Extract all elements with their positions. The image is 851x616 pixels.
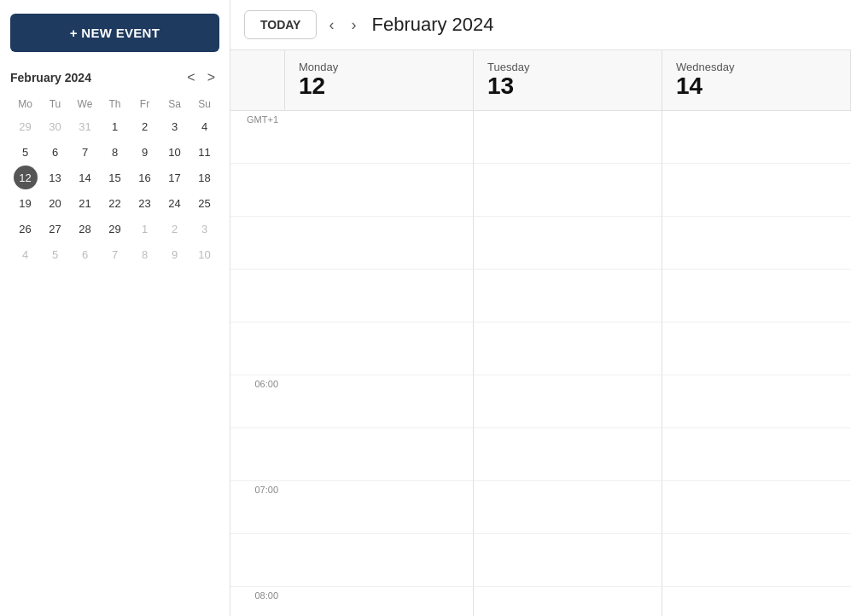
time-label: GMT+1 bbox=[230, 111, 285, 164]
mini-cal-day[interactable]: 6 bbox=[44, 140, 67, 164]
day-number-tuesday: 13 bbox=[487, 73, 514, 99]
mini-cal-day[interactable]: 28 bbox=[73, 217, 97, 241]
mini-cal-day[interactable]: 18 bbox=[193, 166, 217, 189]
today-button[interactable]: TODAY bbox=[244, 10, 317, 39]
time-cell[interactable] bbox=[474, 270, 662, 323]
mini-cal-day[interactable]: 10 bbox=[193, 242, 217, 266]
mini-cal-day[interactable]: 19 bbox=[14, 191, 38, 215]
mini-cal-dow: Mo bbox=[10, 95, 40, 113]
mini-cal-day[interactable]: 3 bbox=[193, 217, 217, 241]
mini-cal-day[interactable]: 5 bbox=[44, 242, 67, 266]
time-cell[interactable] bbox=[474, 587, 662, 616]
time-label bbox=[230, 164, 285, 217]
mini-cal-day[interactable]: 2 bbox=[163, 217, 187, 241]
mini-cal-day[interactable]: 4 bbox=[193, 114, 217, 138]
dow-monday: Monday bbox=[299, 61, 466, 73]
time-cell[interactable] bbox=[662, 375, 851, 428]
time-label bbox=[230, 270, 285, 323]
mini-cal-day[interactable]: 10 bbox=[163, 140, 187, 164]
mini-cal-day[interactable]: 21 bbox=[73, 191, 97, 215]
time-cell[interactable] bbox=[474, 164, 662, 217]
mini-cal-day[interactable]: 26 bbox=[14, 217, 38, 241]
time-label: 06:00 bbox=[230, 375, 285, 428]
mini-cal-grid: MoTuWeThFrSaSu29303112345678910111213141… bbox=[10, 95, 219, 267]
time-cell[interactable] bbox=[285, 217, 474, 270]
time-label bbox=[230, 217, 285, 270]
mini-cal-day[interactable]: 4 bbox=[14, 242, 38, 266]
mini-cal-day[interactable]: 31 bbox=[73, 114, 97, 138]
mini-cal-prev-button[interactable]: < bbox=[183, 69, 199, 86]
next-button[interactable]: › bbox=[346, 13, 361, 38]
time-cell[interactable] bbox=[285, 375, 474, 428]
time-cell[interactable] bbox=[285, 270, 474, 323]
time-cell[interactable] bbox=[662, 534, 851, 587]
mini-cal-day[interactable]: 3 bbox=[163, 114, 187, 138]
mini-cal-dow: Th bbox=[100, 95, 130, 113]
time-cell[interactable] bbox=[662, 428, 851, 481]
time-cell[interactable] bbox=[285, 481, 474, 534]
mini-cal-day[interactable]: 25 bbox=[193, 191, 217, 215]
mini-cal-day[interactable]: 27 bbox=[44, 217, 67, 241]
mini-cal-day[interactable]: 17 bbox=[163, 166, 187, 189]
time-cell[interactable] bbox=[285, 164, 474, 217]
day-header-monday: Monday 12 bbox=[285, 50, 474, 110]
time-cell[interactable] bbox=[662, 111, 851, 164]
day-header-spacer bbox=[230, 50, 285, 110]
mini-cal-nav: < > bbox=[183, 69, 219, 86]
mini-cal-day[interactable]: 8 bbox=[103, 140, 127, 164]
new-event-button[interactable]: + NEW EVENT bbox=[10, 14, 219, 52]
cal-grid: GMT+106:0007:0008:0009:0010:0011:0012:00 bbox=[230, 111, 851, 616]
mini-cal-day[interactable]: 9 bbox=[133, 140, 157, 164]
time-cell[interactable] bbox=[285, 534, 474, 587]
time-cell[interactable] bbox=[474, 428, 662, 481]
mini-cal-day[interactable]: 8 bbox=[133, 242, 157, 266]
time-cell[interactable] bbox=[285, 111, 474, 164]
mini-cal-day[interactable]: 5 bbox=[14, 140, 38, 164]
mini-cal-day[interactable]: 1 bbox=[103, 114, 127, 138]
mini-cal-day[interactable]: 14 bbox=[73, 166, 97, 189]
time-cell[interactable] bbox=[662, 164, 851, 217]
mini-cal-day[interactable]: 7 bbox=[73, 140, 97, 164]
mini-cal-day[interactable]: 13 bbox=[44, 166, 67, 189]
mini-cal-day[interactable]: 20 bbox=[44, 191, 67, 215]
mini-cal-day[interactable]: 12 bbox=[14, 166, 38, 189]
time-cell[interactable] bbox=[662, 217, 851, 270]
time-cell[interactable] bbox=[474, 534, 662, 587]
time-cell[interactable] bbox=[662, 323, 851, 375]
time-cell[interactable] bbox=[662, 481, 851, 534]
mini-cal-day[interactable]: 16 bbox=[133, 166, 157, 189]
time-cell[interactable] bbox=[662, 270, 851, 323]
time-cell[interactable] bbox=[474, 323, 662, 375]
mini-cal-day[interactable]: 29 bbox=[14, 114, 38, 138]
mini-cal-day[interactable]: 29 bbox=[103, 217, 127, 241]
mini-cal-day[interactable]: 22 bbox=[103, 191, 127, 215]
day-headers: Monday 12 Tuesday 13 Wednesday 14 bbox=[230, 50, 851, 111]
mini-cal-next-button[interactable]: > bbox=[203, 69, 219, 86]
time-cell[interactable] bbox=[662, 587, 851, 616]
prev-button[interactable]: ‹ bbox=[323, 13, 339, 38]
mini-cal-day[interactable]: 30 bbox=[44, 114, 67, 138]
toolbar-title: February 2024 bbox=[371, 14, 493, 36]
mini-cal-day[interactable]: 24 bbox=[163, 191, 187, 215]
mini-cal-dow: Tu bbox=[40, 95, 70, 113]
mini-cal-dow: We bbox=[70, 95, 100, 113]
time-cell[interactable] bbox=[285, 587, 474, 616]
mini-cal-day[interactable]: 6 bbox=[73, 242, 97, 266]
mini-cal-day[interactable]: 11 bbox=[193, 140, 217, 164]
dow-tuesday: Tuesday bbox=[487, 61, 655, 73]
time-cell[interactable] bbox=[285, 323, 474, 375]
mini-cal-dow: Su bbox=[189, 95, 219, 113]
time-cell[interactable] bbox=[474, 111, 662, 164]
mini-cal-day[interactable]: 9 bbox=[163, 242, 187, 266]
time-label bbox=[230, 428, 285, 481]
time-cell[interactable] bbox=[474, 481, 662, 534]
mini-cal-day[interactable]: 1 bbox=[133, 217, 157, 241]
sidebar: + NEW EVENT February 2024 < > MoTuWeThFr… bbox=[0, 0, 230, 616]
time-cell[interactable] bbox=[474, 217, 662, 270]
time-cell[interactable] bbox=[474, 375, 662, 428]
time-cell[interactable] bbox=[285, 428, 474, 481]
mini-cal-day[interactable]: 23 bbox=[133, 191, 157, 215]
mini-cal-day[interactable]: 7 bbox=[103, 242, 127, 266]
mini-cal-day[interactable]: 15 bbox=[103, 166, 127, 189]
mini-cal-day[interactable]: 2 bbox=[133, 114, 157, 138]
